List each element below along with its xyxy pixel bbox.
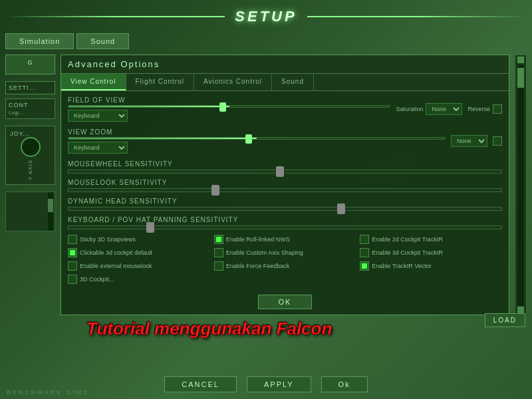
scroll-thumb[interactable] [517, 68, 524, 88]
2d-cockpit-checkbox[interactable] [360, 235, 369, 244]
zoom-reverse-area [493, 136, 502, 146]
2d-cockpit-label: Enable 2d Cockpit TrackIR [372, 236, 443, 243]
3d-cockpit-trackir-checkbox[interactable] [360, 248, 369, 257]
fov-reverse-checkbox[interactable] [493, 104, 502, 114]
checkbox-external-mouselook: Enable external mouselook [68, 261, 210, 271]
zoom-device-select[interactable]: Keyboard [68, 142, 128, 154]
checkbox-trackir-vector: Enable TrackIR Vector [360, 261, 502, 271]
page-title: SETUP [225, 8, 307, 25]
zoom-reverse-checkbox[interactable] [493, 136, 502, 146]
logi-label: Logi... [9, 110, 52, 116]
custom-axis-label: Enable Custom Axis Shaping [226, 249, 303, 256]
tutorial-text: Tutorial menggunakan Falcon [86, 319, 332, 339]
3d-cockpit-extra-label: 3D Cockpit... [80, 276, 114, 283]
view-zoom-row: View Zoom Keyboard [68, 128, 502, 154]
logo-area: BENCHMARK SIMS [7, 388, 89, 396]
title-bar: SETUP [5, 5, 527, 28]
layout: G SETTI... CONT Logi... JOY... Y AXIS [5, 55, 527, 315]
sub-tab-flight-control[interactable]: Flight Control [126, 74, 194, 90]
force-feedback-checkbox[interactable] [214, 261, 223, 271]
settings-area: Field Of View Keyboard [61, 91, 509, 289]
load-button[interactable]: LOAD [485, 313, 525, 327]
cont-label: CONT [9, 102, 52, 108]
zoom-slider-thumb[interactable] [245, 134, 252, 144]
roll-linked-label: Enable Roll-linked NWS [226, 236, 290, 243]
scroll-area-1[interactable] [5, 192, 55, 231]
fov-label: Field Of View [68, 96, 390, 104]
fov-saturation-area: Saturation None [396, 103, 462, 115]
custom-axis-checkbox[interactable] [214, 248, 223, 257]
keyboard-pov-slider[interactable] [68, 225, 502, 229]
ok-button[interactable]: OK [258, 295, 313, 309]
top-nav: Simulation Sound [5, 33, 527, 49]
mousewheel-row: MouseWheel Sensitivity [68, 160, 502, 174]
external-mouselook-checkbox[interactable] [68, 261, 77, 271]
zoom-sat-select[interactable]: None [451, 135, 487, 147]
zoom-slider-fill [68, 138, 257, 139]
trackir-vector-label: Enable TrackIR Vector [372, 263, 432, 269]
fov-reverse-area: Reverse [467, 104, 502, 114]
bottom-ok-button[interactable]: Ok [321, 376, 368, 392]
main-panel: Advanced Options View Control Flight Con… [61, 55, 509, 315]
checkbox-sticky-3d: Sticky 3D Snapviews [68, 235, 210, 244]
mouselook-thumb[interactable] [211, 185, 219, 196]
benchmark-logo: BENCHMARK SIMS [7, 389, 89, 396]
joystick-circle [21, 137, 41, 157]
mousewheel-slider[interactable] [68, 170, 502, 174]
fov-device-select[interactable]: Keyboard [68, 110, 128, 122]
keyboard-pov-label: Keyboard / POV Hat Panning Sensitivity [68, 216, 502, 223]
panel-title: Advanced Options [61, 55, 509, 74]
general-button[interactable]: G [5, 55, 55, 74]
clickable-3d-checkbox[interactable] [68, 248, 77, 257]
apply-button[interactable]: APPLY [247, 376, 311, 392]
title-line-right [307, 16, 527, 17]
zoom-saturation-area: None [451, 135, 487, 147]
checkbox-clickable-3d: Clickable 3d cockpit default [68, 248, 210, 257]
fov-slider-thumb[interactable] [219, 102, 226, 112]
tab-sound-top[interactable]: Sound [76, 33, 129, 49]
ok-row: OK [61, 289, 509, 315]
3d-cockpit-extra-checkbox[interactable] [68, 275, 77, 284]
zoom-label: View Zoom [68, 128, 446, 136]
sub-tabs: View Control Flight Control Avionics Con… [61, 74, 509, 91]
checkbox-custom-axis: Enable Custom Axis Shaping [214, 248, 356, 257]
dynamic-head-row: Dynamic Head Sensitivity [68, 198, 502, 211]
sub-tab-avionics-control[interactable]: Avionics Control [194, 74, 272, 90]
settings-section: SETTI... [5, 81, 55, 94]
checkbox-roll-linked: Enable Roll-linked NWS [214, 235, 356, 244]
dynamic-head-label: Dynamic Head Sensitivity [68, 198, 502, 205]
title-line-left [5, 16, 225, 17]
scroll-up-arrow[interactable] [517, 57, 524, 63]
main-panel-wrapper: Advanced Options View Control Flight Con… [61, 55, 509, 315]
keyboard-pov-thumb[interactable] [146, 222, 154, 233]
3d-cockpit-trackir-label: Enable 3d Cockpit TrackIR [372, 249, 443, 256]
roll-linked-checkbox[interactable] [214, 235, 223, 244]
sidebar: G SETTI... CONT Logi... JOY... Y AXIS [5, 55, 55, 315]
zoom-slider-track[interactable] [68, 137, 446, 140]
sub-tab-sound[interactable]: Sound [272, 74, 314, 90]
checkboxes-grid: Sticky 3D Snapviews Enable Roll-linked N… [68, 235, 502, 284]
fov-slider-track[interactable] [68, 105, 390, 108]
sub-tab-view-control[interactable]: View Control [61, 74, 126, 90]
clickable-3d-label: Clickable 3d cockpit default [80, 249, 152, 256]
scroll-down-arrow[interactable] [517, 307, 524, 313]
scroll-track[interactable] [517, 65, 524, 305]
sat-label: Saturation [396, 106, 423, 112]
mousewheel-thumb[interactable] [276, 166, 284, 177]
fov-sat-select[interactable]: None [426, 103, 462, 115]
force-feedback-label: Enable Force Feedback [226, 263, 290, 269]
dynamic-head-thumb[interactable] [337, 203, 345, 214]
trackir-vector-checkbox[interactable] [360, 261, 369, 271]
tab-simulation[interactable]: Simulation [5, 33, 74, 49]
cancel-button[interactable]: CANCEL [164, 376, 237, 392]
field-of-view-row: Field Of View Keyboard [68, 96, 502, 122]
right-scrollbar[interactable] [515, 55, 527, 315]
sticky-3d-checkbox[interactable] [68, 235, 77, 244]
sidebar-scrollbars [5, 192, 55, 231]
external-mouselook-label: Enable external mouselook [80, 263, 152, 269]
mouselook-slider[interactable] [68, 188, 502, 192]
keyboard-pov-row: Keyboard / POV Hat Panning Sensitivity [68, 216, 502, 229]
checkbox-2d-cockpit: Enable 2d Cockpit TrackIR [360, 235, 502, 244]
mouselook-label: MouseLook Sensitivity [68, 179, 502, 186]
dynamic-head-slider[interactable] [68, 207, 502, 211]
